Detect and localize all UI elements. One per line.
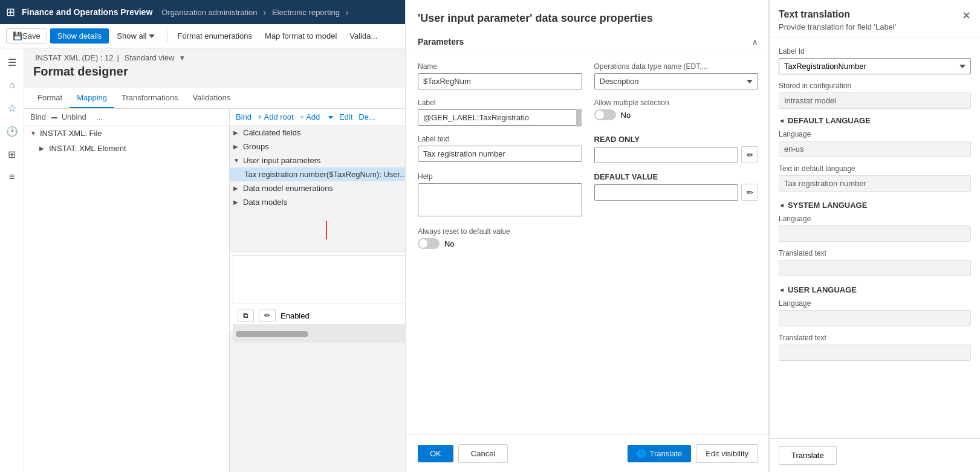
breadcrumb-sep: |	[117, 53, 119, 62]
ds-help-field: Help	[418, 172, 582, 218]
ds-help-textarea[interactable]	[418, 183, 582, 216]
ds-label-text-input[interactable]	[418, 146, 582, 162]
nav-arrow-2: ›	[346, 8, 348, 17]
sidebar-list-icon[interactable]: ≡	[1, 166, 23, 188]
tab-transformations[interactable]: Transformations	[114, 88, 185, 108]
tree-node-file[interactable]: ▼ INSTAT XML: File	[24, 126, 229, 141]
ds-always-reset-label: Always reset to default value	[418, 227, 758, 236]
sidebar-star-icon[interactable]: ☆	[1, 97, 23, 119]
chevron-right-icon: ▶	[233, 129, 241, 136]
sys-translated-input[interactable]	[779, 260, 971, 276]
ds-row-3: Label text READ ONLY ✏	[418, 135, 758, 163]
show-details-button[interactable]: Show details	[50, 28, 109, 44]
mapping-add-btn[interactable]: + Add	[300, 112, 333, 121]
label-id-label: Label Id	[779, 48, 971, 56]
user-translated-input[interactable]	[779, 344, 971, 361]
apps-icon[interactable]: ⊞	[6, 7, 16, 17]
validate-button[interactable]: Valida...	[345, 28, 382, 44]
ds-always-reset-toggle-row: No	[418, 238, 758, 249]
sys-language-input[interactable]	[779, 225, 971, 242]
user-language-input[interactable]	[779, 310, 971, 326]
tab-mapping[interactable]: Mapping	[70, 88, 114, 108]
tree-toolbar: Bind Unbind ...	[24, 109, 229, 126]
mapping-calculated-fields[interactable]: ▶ Calculated fields	[230, 126, 423, 140]
tree-unbind-btn[interactable]: Unbind	[51, 112, 91, 121]
map-format-button[interactable]: Map format to model	[260, 28, 342, 44]
tab-validations[interactable]: Validations	[185, 88, 238, 108]
mapping-tax-reg-num[interactable]: Tax registration number($TaxRegNum): Use…	[230, 167, 423, 181]
ds-label-input[interactable]	[418, 109, 582, 126]
tree-node-xml-element[interactable]: ▶ INSTAT: XML Element	[24, 141, 229, 156]
language-label: Language	[779, 130, 971, 138]
edit-btn[interactable]: ✏	[259, 309, 276, 322]
text-default-input[interactable]	[779, 175, 971, 192]
save-button[interactable]: 💾 Save	[6, 28, 47, 44]
mapping-delete-btn[interactable]: De...	[359, 112, 375, 121]
ds-read-only-edit-btn[interactable]: ✏	[741, 146, 758, 163]
ds-row-1: Name Operations data type name (EDT,... …	[418, 62, 758, 89]
tree-bind-btn[interactable]: Bind	[30, 112, 46, 121]
tree-area: Bind Unbind ... ▼ INSTAT XML: File ▶ INS…	[24, 109, 423, 472]
sys-translated-label: Translated text	[779, 249, 971, 257]
nav-org[interactable]: Organization administration	[161, 8, 257, 17]
horizontal-scrollbar[interactable]	[236, 331, 308, 337]
user-translated-label: Translated text	[779, 334, 971, 342]
nav-er[interactable]: Electronic reporting	[272, 8, 340, 17]
sidebar-modules-icon[interactable]: ⊞	[1, 143, 23, 165]
chevron-down-icon: ▼	[233, 157, 241, 164]
section-title: SYSTEM LANGUAGE	[788, 201, 867, 210]
scrollbar-area[interactable]	[233, 325, 420, 343]
mapping-add-root-btn[interactable]: + Add root	[258, 112, 294, 121]
main-area: ☰ ⌂ ☆ 🕐 ⊞ ≡ INSTAT XML (DE) : 12 | Stand…	[0, 48, 980, 472]
translation-translate-btn[interactable]: Translate	[779, 446, 837, 465]
language-input[interactable]	[779, 141, 971, 157]
mapping-bind-btn[interactable]: Bind	[236, 112, 251, 121]
sidebar-home-icon[interactable]: ⌂	[1, 74, 23, 96]
sidebar-clock-icon[interactable]: 🕐	[1, 120, 23, 142]
show-all-button[interactable]: Show all	[112, 28, 159, 44]
red-bar	[326, 221, 327, 239]
ds-default-value-input[interactable]	[594, 184, 739, 201]
always-reset-toggle[interactable]	[418, 238, 440, 249]
ds-label-label: Label	[418, 99, 582, 107]
user-language-header[interactable]: ◄ USER LANGUAGE	[779, 285, 971, 294]
chevron-right-icon: ▶	[39, 145, 47, 152]
bottom-editor-area[interactable]	[233, 255, 420, 303]
ds-help-label: Help	[418, 172, 582, 181]
ds-ops-type-select[interactable]: Description	[594, 73, 759, 89]
cancel-button[interactable]: Cancel	[458, 444, 508, 463]
format-enumerations-button[interactable]: Format enumerations	[173, 28, 258, 44]
tree-dots-btn[interactable]: ...	[96, 112, 103, 121]
system-language-header[interactable]: ◄ SYSTEM LANGUAGE	[779, 201, 971, 210]
mapping-user-input-params[interactable]: ▼ User input parameters	[230, 154, 423, 167]
tab-format[interactable]: Format	[30, 88, 70, 108]
edit-visibility-button[interactable]: Edit visibility	[696, 444, 758, 463]
sys-translated-text-field: Translated text	[779, 249, 971, 276]
breadcrumb-view[interactable]: Standard view ▾	[123, 53, 186, 62]
text-default-label: Text in default language	[779, 164, 971, 173]
allow-multiple-toggle[interactable]	[594, 109, 616, 120]
mapping-groups[interactable]: ▶ Groups	[230, 140, 423, 154]
ds-row-5: Always reset to default value No	[418, 227, 758, 254]
default-language-header[interactable]: ◄ DEFAULT LANGUAGE	[779, 116, 971, 125]
translate-button[interactable]: 🌐 Translate	[628, 445, 691, 462]
label-id-select[interactable]: TaxRegistrationNumber	[779, 58, 971, 74]
ds-name-input[interactable]	[418, 73, 582, 89]
mapping-data-models[interactable]: ▶ Data models	[230, 195, 423, 209]
designer-tabs: Format Mapping Transformations Validatio…	[24, 88, 423, 109]
ds-default-value-row: ✏	[594, 184, 759, 201]
chevron-right-icon: ▶	[233, 143, 241, 150]
ds-read-only-input[interactable]	[594, 147, 739, 163]
ok-button[interactable]: OK	[418, 445, 453, 462]
sidebar-menu-icon[interactable]: ☰	[1, 51, 23, 73]
mapping-edit-btn[interactable]: Edit	[339, 112, 352, 121]
ds-row-2: Label Allow multiple selection No	[418, 99, 758, 126]
section-title: DEFAULT LANGUAGE	[788, 116, 871, 125]
mapping-data-model-enum[interactable]: ▶ Data model enumerations	[230, 181, 423, 195]
ds-allow-multiple-field: Allow multiple selection No	[594, 99, 759, 126]
always-reset-value: No	[444, 239, 455, 248]
copy-btn[interactable]: ⧉	[238, 309, 254, 322]
stored-in-input[interactable]	[779, 92, 971, 109]
ds-label-text-field: Label text	[418, 135, 582, 163]
ds-default-value-edit-btn[interactable]: ✏	[741, 184, 758, 201]
